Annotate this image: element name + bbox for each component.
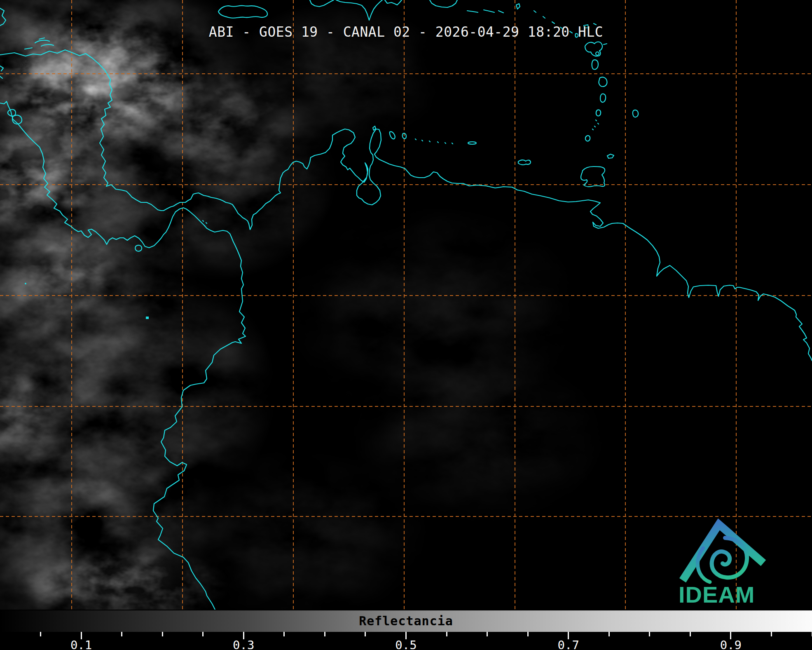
colorbar: Reflectancia bbox=[0, 610, 812, 632]
colorbar-tick-label: 0.3 bbox=[227, 638, 260, 650]
ideam-logo: IDEAM bbox=[678, 515, 772, 607]
colorbar-minor-tick bbox=[365, 632, 366, 636]
lake-cocha bbox=[146, 317, 149, 319]
colorbar-tick-label: 0.5 bbox=[390, 638, 423, 650]
colorbar-minor-tick bbox=[690, 632, 691, 636]
colorbar-minor-tick bbox=[446, 632, 447, 636]
ideam-satellite-product: ABI - GOES 19 - CANAL 02 - 2026-04-29 18… bbox=[0, 0, 812, 650]
colorbar-ticks: 0.10.30.50.70.9 bbox=[0, 632, 812, 650]
colorbar-footer: Reflectancia 0.10.30.50.70.9 bbox=[0, 610, 812, 650]
colorbar-tick-label: 0.7 bbox=[552, 638, 585, 650]
colorbar-minor-tick bbox=[324, 632, 325, 636]
ideam-logo-text: IDEAM bbox=[679, 581, 771, 608]
colorbar-minor-tick bbox=[40, 632, 41, 636]
colorbar-minor-tick bbox=[608, 632, 610, 636]
colorbar-minor-tick bbox=[771, 632, 772, 636]
colorbar-minor-tick bbox=[649, 632, 650, 636]
colorbar-label: Reflectancia bbox=[359, 614, 453, 628]
colorbar-minor-tick bbox=[487, 632, 488, 636]
colorbar-minor-tick bbox=[527, 632, 529, 636]
colorbar-minor-tick bbox=[162, 632, 163, 636]
colorbar-minor-tick bbox=[283, 632, 285, 636]
colorbar-tick-label: 0.1 bbox=[65, 638, 98, 650]
islet-pacific bbox=[25, 283, 26, 284]
map-title: ABI - GOES 19 - CANAL 02 - 2026-04-29 18… bbox=[0, 24, 812, 40]
colorbar-minor-tick bbox=[202, 632, 204, 636]
satellite-map-image: ABI - GOES 19 - CANAL 02 - 2026-04-29 18… bbox=[0, 0, 812, 610]
colorbar-tick-label: 0.9 bbox=[714, 638, 747, 650]
colorbar-minor-tick bbox=[121, 632, 122, 636]
